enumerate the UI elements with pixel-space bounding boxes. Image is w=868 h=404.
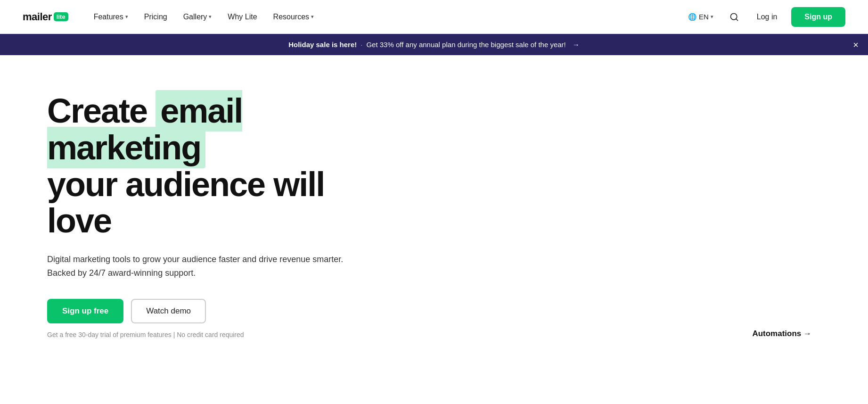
signup-free-button[interactable]: Sign up free bbox=[47, 299, 123, 323]
nav-gallery-label: Gallery bbox=[183, 13, 207, 21]
banner-close-button[interactable]: × bbox=[853, 40, 859, 49]
globe-icon: 🌐 bbox=[688, 13, 697, 21]
logo-badge: lite bbox=[54, 12, 68, 21]
chevron-down-icon: ▾ bbox=[125, 14, 128, 20]
promo-banner: Holiday sale is here! · Get 33% off any … bbox=[0, 34, 868, 55]
svg-line-1 bbox=[736, 18, 738, 20]
hero-section: Create email marketing your audience wil… bbox=[0, 55, 868, 367]
banner-separator: · bbox=[360, 41, 362, 49]
banner-content: Holiday sale is here! · Get 33% off any … bbox=[288, 41, 580, 49]
nav-why-lite[interactable]: Why Lite bbox=[221, 9, 263, 25]
logo-text: mailer bbox=[23, 11, 52, 23]
hero-buttons: Sign up free Watch demo bbox=[47, 299, 377, 323]
watch-demo-button[interactable]: Watch demo bbox=[131, 299, 206, 323]
banner-message: Get 33% off any annual plan during the b… bbox=[366, 41, 565, 49]
chevron-down-icon: ▾ bbox=[711, 14, 713, 20]
chevron-down-icon: ▾ bbox=[209, 14, 212, 20]
nav-resources-label: Resources bbox=[273, 13, 309, 21]
search-button[interactable] bbox=[726, 8, 743, 25]
language-label: EN bbox=[699, 13, 709, 21]
hero-subtitle: Digital marketing tools to grow your aud… bbox=[47, 253, 368, 280]
hero-content: Create email marketing your audience wil… bbox=[0, 55, 424, 367]
search-icon bbox=[729, 12, 739, 22]
hero-fine-print: Get a free 30-day trial of premium featu… bbox=[47, 331, 377, 338]
nav-resources[interactable]: Resources ▾ bbox=[267, 9, 320, 25]
logo[interactable]: mailer lite bbox=[23, 11, 68, 23]
nav-gallery[interactable]: Gallery ▾ bbox=[177, 9, 219, 25]
nav-pricing[interactable]: Pricing bbox=[138, 9, 174, 25]
banner-bold-text: Holiday sale is here! bbox=[288, 41, 357, 49]
navbar: mailer lite Features ▾ Pricing Gallery ▾… bbox=[0, 0, 868, 34]
nav-why-lite-label: Why Lite bbox=[228, 13, 257, 21]
nav-features[interactable]: Features ▾ bbox=[87, 9, 135, 25]
signup-button[interactable]: Sign up bbox=[791, 7, 845, 27]
nav-pricing-label: Pricing bbox=[144, 13, 167, 21]
nav-features-label: Features bbox=[94, 13, 123, 21]
navbar-left: mailer lite Features ▾ Pricing Gallery ▾… bbox=[23, 9, 320, 25]
chevron-down-icon: ▾ bbox=[311, 14, 314, 20]
automations-link[interactable]: Automations → bbox=[752, 329, 811, 338]
headline-part1: Create bbox=[47, 92, 156, 130]
automations-label: Automations → bbox=[752, 329, 811, 338]
hero-headline: Create email marketing your audience wil… bbox=[47, 93, 377, 239]
language-selector[interactable]: 🌐 EN ▾ bbox=[683, 10, 718, 24]
login-button[interactable]: Log in bbox=[750, 9, 784, 25]
headline-part2: your audience will love bbox=[47, 165, 324, 240]
banner-arrow-icon: → bbox=[573, 41, 580, 49]
navbar-right: 🌐 EN ▾ Log in Sign up bbox=[683, 7, 845, 27]
nav-links: Features ▾ Pricing Gallery ▾ Why Lite Re… bbox=[87, 9, 320, 25]
